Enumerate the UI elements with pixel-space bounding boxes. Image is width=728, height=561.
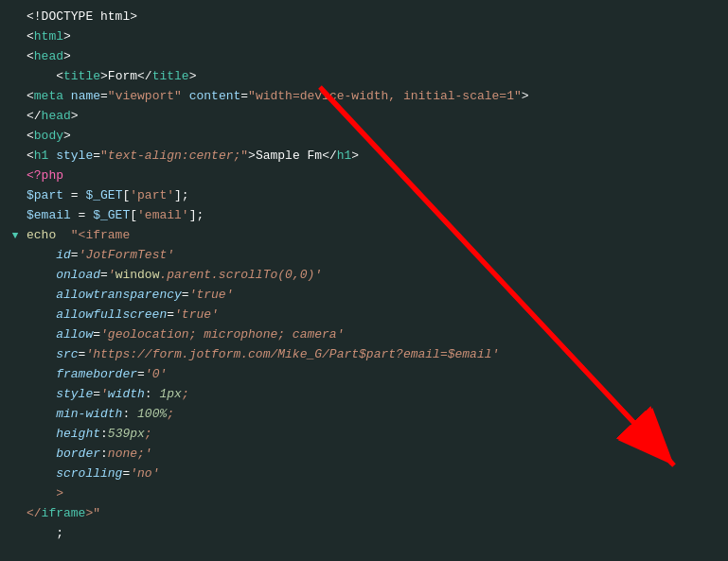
token: meta xyxy=(34,89,71,103)
code-line: height:539px; xyxy=(0,425,728,445)
code-line: id='JotFormTest' xyxy=(0,246,728,266)
token: border xyxy=(27,447,100,461)
code-line: border:none;' xyxy=(0,445,728,465)
line-text: id='JotFormTest' xyxy=(23,246,728,266)
token: '0' xyxy=(145,367,167,381)
token: height xyxy=(27,427,100,441)
code-line: <head> xyxy=(0,47,728,67)
token: 539px xyxy=(108,427,145,441)
code-line: onload='window.parent.scrollTo(0,0)' xyxy=(0,266,728,286)
token: ; xyxy=(145,427,152,441)
token: ' xyxy=(100,387,108,401)
token: = xyxy=(100,268,108,282)
token: : xyxy=(122,407,137,421)
line-text: $email = $_GET['email']; xyxy=(23,206,728,226)
line-text: > xyxy=(23,484,728,504)
token: title xyxy=(63,69,100,83)
token: html xyxy=(34,29,63,44)
token: "width=device-width, initial-scale=1" xyxy=(248,89,522,103)
token: = xyxy=(167,307,174,322)
token: : xyxy=(100,447,108,461)
token: title xyxy=(152,69,189,83)
token: < xyxy=(27,149,34,163)
token: < xyxy=(27,69,63,83)
token: = xyxy=(100,89,108,103)
code-line: <meta name="viewport" content="width=dev… xyxy=(0,87,728,107)
line-text: <meta name="viewport" content="width=dev… xyxy=(23,87,728,107)
token: = xyxy=(240,89,248,103)
code-line: min-width: 100%; xyxy=(0,405,728,425)
token: > xyxy=(63,129,71,143)
token: : xyxy=(145,387,160,401)
code-line: allowfullscreen='true' xyxy=(0,306,728,325)
code-line: <html> xyxy=(0,27,728,47)
token: = xyxy=(137,367,145,381)
code-line: frameborder='0' xyxy=(0,365,728,385)
line-text: <?php xyxy=(23,167,728,186)
token: = xyxy=(93,387,100,401)
token: </ xyxy=(27,109,42,123)
token: 'part' xyxy=(130,188,174,202)
code-line: <!DOCTYPE html> xyxy=(0,8,728,27)
token: >" xyxy=(85,506,100,520)
token: 'email' xyxy=(137,208,189,222)
token: ; xyxy=(182,387,189,401)
line-text: <title>Form</title> xyxy=(23,67,728,87)
token: min-width xyxy=(27,407,122,421)
token: = xyxy=(71,208,93,222)
token: 'https://form.jotform.com/Mike_G/Part$pa… xyxy=(85,347,499,361)
token: width xyxy=(108,387,145,401)
token: h1 xyxy=(337,149,352,163)
token: </ xyxy=(27,506,42,520)
code-line: scrolling='no' xyxy=(0,465,728,484)
token: < xyxy=(27,49,34,63)
line-text: min-width: 100%; xyxy=(23,405,728,425)
token: 'JotFormTest' xyxy=(79,248,174,262)
token: < xyxy=(27,29,34,44)
token: " xyxy=(240,149,248,163)
token: = xyxy=(93,327,100,342)
line-text: echo "<iframe xyxy=(23,226,728,246)
code-line: $email = $_GET['email']; xyxy=(0,206,728,226)
code-line: style='width: 1px; xyxy=(0,385,728,405)
token: name xyxy=(71,89,100,103)
token: 'true' xyxy=(174,307,219,322)
token: = xyxy=(63,188,85,202)
token: : xyxy=(100,427,108,441)
token: > xyxy=(63,49,71,63)
code-line: allow='geolocation; microphone; camera' xyxy=(0,325,728,345)
token: ' xyxy=(108,268,115,282)
line-text: height:539px; xyxy=(23,425,728,445)
token: " xyxy=(100,149,108,163)
line-text: onload='window.parent.scrollTo(0,0)' xyxy=(23,266,728,286)
token: content xyxy=(182,89,240,103)
token: m</ xyxy=(314,149,336,163)
token: 1px xyxy=(159,387,181,401)
line-gutter: ▼ xyxy=(8,228,23,245)
token: ;' xyxy=(137,447,152,461)
line-text: frameborder='0' xyxy=(23,365,728,385)
token: style xyxy=(56,149,93,163)
token: head xyxy=(42,109,71,123)
token: > xyxy=(189,69,197,83)
code-line: $part = $_GET['part']; xyxy=(0,186,728,206)
token: ]; xyxy=(189,208,204,222)
token: $email xyxy=(27,208,71,222)
token: > xyxy=(351,149,359,163)
line-text: </head> xyxy=(23,107,728,127)
code-line: </head> xyxy=(0,107,728,127)
token: 'no' xyxy=(130,466,159,481)
token: id xyxy=(27,248,71,262)
token: "<iframe xyxy=(71,228,130,242)
token: = xyxy=(182,288,189,302)
line-text: ; xyxy=(23,524,728,544)
token: iframe xyxy=(42,506,86,520)
token: "viewport" xyxy=(108,89,182,103)
token: > xyxy=(27,486,63,500)
line-text: src='https://form.jotform.com/Mike_G/Par… xyxy=(23,345,728,365)
token: 'true' xyxy=(189,288,234,302)
token: > xyxy=(63,29,71,44)
token: = xyxy=(93,149,100,163)
line-text: <body> xyxy=(23,127,728,147)
code-line: > xyxy=(0,484,728,504)
